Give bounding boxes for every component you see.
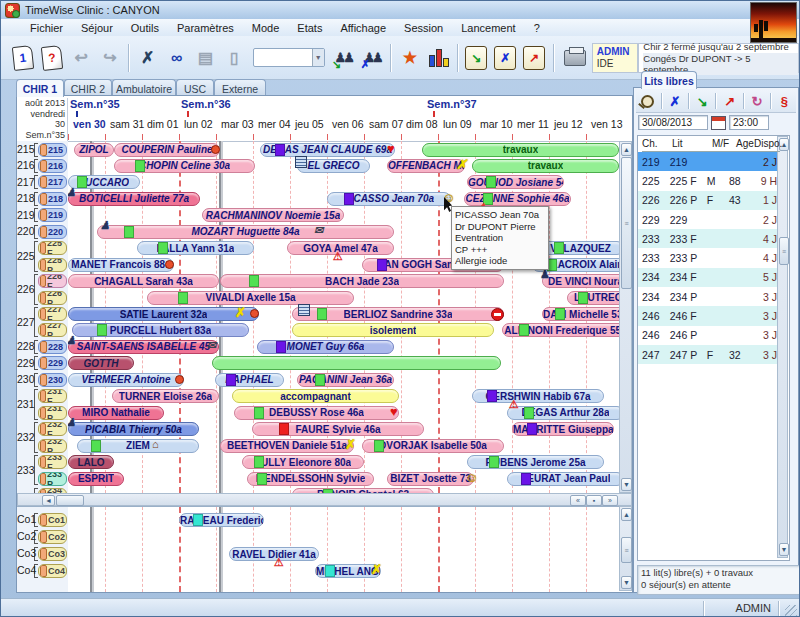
bed-badge[interactable]: 215 — [38, 143, 67, 157]
statistics-button[interactable] — [426, 43, 451, 72]
bed-badge[interactable]: 228 — [38, 340, 67, 354]
schedule-bar[interactable]: VIVALDI Axelle 15a — [147, 291, 354, 305]
schedule-bar[interactable]: DVORJAK Isabelle 50a — [362, 439, 504, 453]
grid-hscrollbar[interactable]: ◄ « ▪ » — [17, 493, 632, 506]
bed-badge[interactable]: 231 P — [38, 406, 67, 420]
bed-badge[interactable]: 230 — [38, 373, 67, 387]
bed-badge[interactable]: 231 F — [38, 389, 67, 403]
schedule-bar[interactable]: BIZET Josette 73☺ — [387, 472, 474, 486]
bed-badge[interactable]: 233 P — [38, 472, 67, 486]
assign-out-button[interactable]: ↗ — [720, 92, 740, 110]
date-field[interactable]: 30/08/2013 — [638, 115, 708, 130]
schedule-bar[interactable]: GOYA Amel 47a⚠ — [287, 241, 394, 255]
schedule-bar[interactable]: RAVEL Didier 41a⚠ — [229, 547, 319, 561]
planning-out-button[interactable]: ↗ — [522, 43, 547, 72]
schedule-bar[interactable]: ESPRIT — [68, 472, 124, 486]
alert-button[interactable]: ★ — [397, 43, 422, 72]
free-bed-row[interactable]: 233233 F4 J — [638, 229, 777, 248]
bed-badge[interactable]: Co1 — [38, 513, 67, 527]
menu-item-mode[interactable]: Mode — [243, 21, 289, 35]
toolbar-combobox[interactable]: ▼ — [253, 48, 325, 67]
title-bar[interactable]: TimeWise Clinic : CANYON — [1, 1, 799, 19]
schedule-bar[interactable]: MONET Guy 66a — [257, 340, 394, 354]
schedule-bar[interactable]: TURNER Eloise 26a — [112, 389, 219, 403]
schedule-bar[interactable]: SAINT-SAENS ISABELLE 45♟✉ — [68, 340, 219, 354]
schedule-bar[interactable]: RAPHAEL — [215, 373, 284, 387]
bed-badge[interactable]: 226 P — [38, 291, 67, 305]
bed-badge[interactable]: 226 F — [38, 274, 67, 288]
scroll-up-button[interactable]: ▲ — [621, 143, 632, 156]
tab-chir-1[interactable]: CHIR 1 — [16, 79, 64, 97]
bed-badge[interactable]: Co2 — [38, 530, 67, 544]
planning-in-button[interactable]: ↘ — [464, 43, 489, 72]
bed-badge[interactable]: 232 P — [38, 439, 67, 453]
schedule-bar[interactable]: PICABIA Thierry 50a♟ — [68, 422, 199, 436]
menu-item-etats[interactable]: Etats — [288, 21, 331, 35]
schedule-bar[interactable]: travaux — [472, 159, 619, 173]
bed-badge[interactable]: 225 F — [38, 241, 67, 255]
schedule-bar[interactable]: SEURAT Jean Paul — [507, 472, 624, 486]
schedule-bar[interactable]: GOTTH — [68, 356, 134, 370]
menu-item-fichier[interactable]: Fichier — [21, 21, 72, 35]
bed-badge[interactable]: 218 — [38, 192, 67, 206]
nav-mid-button[interactable]: ▪ — [586, 495, 602, 506]
bed-badge[interactable]: Co3 — [38, 547, 67, 561]
schedule-bar[interactable]: DE VINCI Noura♟ — [542, 274, 628, 288]
schedule-bar[interactable]: PICASSO Jean 70a☺ — [327, 192, 451, 206]
menu-item-lancement[interactable]: Lancement — [452, 21, 524, 35]
schedule-bar[interactable]: MENDELSSOHN Sylvie — [247, 472, 374, 486]
schedule-bar[interactable]: CHOPIN Celine 30a — [114, 159, 255, 173]
bed-badge[interactable]: 227 P — [38, 323, 67, 337]
schedule-bar[interactable]: MOZART Huguette 84a♟✉ — [97, 225, 394, 239]
schedule-bar[interactable]: LALO — [68, 455, 114, 469]
schedule-bar[interactable]: SATIE Laurent 32a✗ — [68, 307, 259, 321]
tab-lits-libres[interactable]: Lits libres — [641, 71, 697, 89]
schedule-bar[interactable]: BOTICELLI Juliette 77a♟ — [68, 192, 200, 206]
redo-button[interactable]: ↪ — [98, 43, 123, 72]
bed-badge[interactable]: 219 — [38, 208, 67, 222]
options-button[interactable]: § — [774, 92, 794, 110]
table-vscrollbar[interactable]: ▲ ≡ ▼ — [777, 136, 788, 558]
tools-button[interactable]: ✗ — [135, 43, 160, 72]
schedule-bar[interactable]: CHAGALL Sarah 43a — [68, 274, 219, 288]
menu-item-session[interactable]: Session — [395, 21, 452, 35]
free-bed-row[interactable]: 233233 P4 J — [638, 249, 777, 268]
assign-in-button[interactable]: ↘ — [692, 92, 712, 110]
notes-button[interactable]: ▤ — [193, 43, 218, 72]
co-vscrollbar[interactable]: ▲ ≡ ▼ — [619, 506, 632, 591]
menu-item-sjour[interactable]: Séjour — [72, 21, 122, 35]
schedule-bar[interactable]: DEBUSSY Rose 46a♥ — [234, 406, 399, 420]
schedule-bar[interactable]: CEZANNE Sophie 46a⚠ — [464, 192, 571, 206]
free-bed-row[interactable]: 246246 P3 J — [638, 326, 777, 345]
resize-grip[interactable] — [785, 605, 797, 617]
schedule-bar[interactable]: DEGAS JEAN CLAUDE 69a♥ — [260, 143, 395, 157]
scroll-down-button[interactable]: ▼ — [621, 576, 632, 589]
bed-badge[interactable]: 233 F — [38, 455, 67, 469]
scroll-thumb[interactable]: ≡ — [621, 537, 632, 563]
schedule-bar[interactable]: ZIPOL — [74, 143, 114, 157]
schedule-bar[interactable]: GERSHWIN Habib 67a⚠ — [472, 389, 604, 403]
schedule-bar[interactable]: isolement — [292, 323, 494, 337]
schedule-bar[interactable]: travaux — [422, 143, 619, 157]
schedule-bar[interactable]: PAGANINI Jean 36a — [297, 373, 394, 387]
scroll-thumb[interactable] — [56, 495, 84, 506]
bed-badge[interactable]: 227 F — [38, 307, 67, 321]
free-bed-row[interactable]: 2292292 J — [638, 210, 777, 229]
time-field[interactable]: 23:00 — [729, 115, 769, 130]
scroll-left-button[interactable]: ◄ — [42, 495, 55, 506]
schedule-bar[interactable]: MANET Francois 88a — [68, 258, 174, 272]
bed-badge[interactable]: 217 — [38, 175, 67, 189]
schedule-bar[interactable]: FALLA Yann 31a — [137, 241, 254, 255]
calendar-query-button[interactable]: ? — [40, 43, 65, 72]
delete-button[interactable]: ▯ — [222, 43, 247, 72]
schedule-bar[interactable]: COUPERIN Pauline — [114, 143, 220, 157]
bed-badge[interactable]: 232 F — [38, 422, 67, 436]
bed-badge[interactable]: Co4 — [38, 564, 67, 578]
schedule-bar[interactable]: ZIEM⌂ — [77, 439, 199, 453]
planning-cancel-button[interactable]: ✗ — [493, 43, 518, 72]
calendar-day-button[interactable]: 1 — [11, 43, 36, 72]
schedule-bar[interactable]: MIRO Nathalie — [68, 406, 164, 420]
nav-last-button[interactable]: » — [602, 495, 618, 506]
admit-patient-button[interactable]: ♟♟↘ — [331, 43, 356, 72]
bed-badge[interactable]: 220 — [38, 225, 67, 239]
